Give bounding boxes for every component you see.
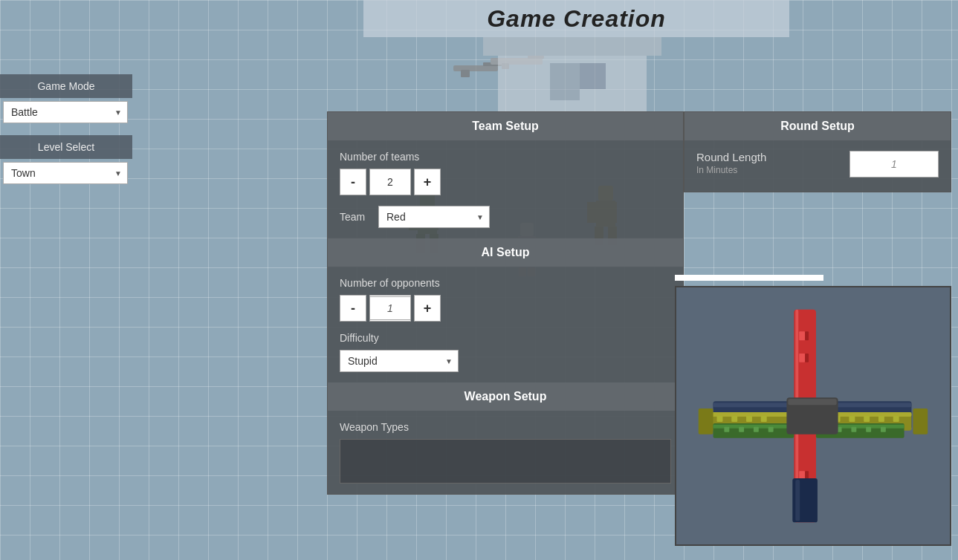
svg-rect-41: [699, 408, 713, 434]
svg-rect-69: [788, 399, 836, 405]
svg-rect-58: [864, 416, 870, 422]
game-mode-select-wrapper[interactable]: Battle Deathmatch Team Battle: [3, 101, 128, 123]
svg-rect-79: [795, 480, 800, 521]
right-panel: Round Setup Round Length In Minutes: [684, 111, 951, 192]
opponents-plus-button[interactable]: +: [414, 295, 441, 322]
svg-rect-43: [731, 416, 737, 422]
weapon-setup-header: Weapon Setup: [328, 382, 683, 411]
svg-rect-72: [799, 354, 805, 362]
ai-setup-header: AI Setup: [328, 238, 683, 267]
teams-number-row: - 2 +: [340, 169, 671, 195]
page-title: Game Creation: [487, 5, 666, 33]
difficulty-label: Difficulty: [340, 332, 671, 344]
opponents-count-display: [369, 295, 411, 322]
svg-rect-67: [881, 427, 886, 432]
difficulty-select-wrapper[interactable]: Stupid Easy Medium Hard: [340, 350, 459, 372]
team-label: Team: [340, 211, 369, 223]
weapon-setup-body: Weapon Types: [328, 411, 683, 494]
svg-rect-70: [799, 331, 805, 340]
svg-rect-48: [724, 427, 729, 432]
svg-rect-59: [878, 416, 884, 422]
teams-minus-button[interactable]: -: [340, 169, 366, 195]
svg-rect-60: [893, 416, 899, 422]
round-length-label: Round Length: [696, 151, 835, 163]
team-setup-header: Team Setup: [328, 112, 683, 140]
svg-rect-66: [866, 427, 871, 432]
weapon-svg: [676, 287, 950, 544]
opponents-minus-button[interactable]: -: [340, 295, 366, 322]
team-select-wrapper[interactable]: Red Blue Green Yellow: [378, 206, 490, 228]
svg-rect-51: [768, 427, 774, 432]
weapon-types-area[interactable]: [340, 439, 671, 484]
team-setup-body: Number of teams - 2 + Team Red Blue Gree…: [328, 140, 683, 238]
level-select-label: Level Select: [0, 135, 132, 159]
weapon-preview: [675, 286, 951, 546]
svg-rect-45: [761, 416, 767, 422]
round-length-input[interactable]: [849, 151, 939, 178]
svg-rect-42: [716, 416, 722, 422]
svg-rect-71: [805, 331, 809, 340]
svg-rect-44: [746, 416, 752, 422]
svg-rect-54: [913, 408, 928, 434]
teams-count-display: 2: [369, 169, 411, 195]
ai-setup-body: Number of opponents - + Difficulty Stupi…: [328, 267, 683, 382]
teams-plus-button[interactable]: +: [414, 169, 441, 195]
svg-rect-50: [754, 427, 759, 432]
svg-rect-73: [805, 354, 809, 362]
level-select[interactable]: Town City Desert Forest: [3, 162, 128, 184]
number-of-opponents-label: Number of opponents: [340, 277, 671, 289]
main-panel: Team Setup Number of teams - 2 + Team Re…: [327, 111, 684, 495]
round-sublabel: In Minutes: [696, 165, 835, 175]
game-mode-label: Game Mode: [0, 74, 132, 98]
level-select-wrapper[interactable]: Town City Desert Forest: [3, 162, 128, 184]
svg-rect-49: [739, 427, 744, 432]
opponents-input[interactable]: [369, 296, 411, 320]
round-length-group: Round Length In Minutes: [696, 151, 835, 181]
svg-rect-65: [851, 427, 856, 432]
difficulty-select[interactable]: Stupid Easy Medium Hard: [340, 350, 459, 372]
left-panel: Game Mode Battle Deathmatch Team Battle …: [0, 74, 132, 196]
header-background: Game Creation: [363, 0, 789, 37]
number-of-teams-label: Number of teams: [340, 151, 671, 163]
opponents-number-row: - +: [340, 295, 671, 322]
team-color-select[interactable]: Red Blue Green Yellow: [378, 206, 490, 228]
progress-bar: [675, 275, 823, 281]
svg-rect-57: [849, 416, 855, 422]
round-setup-header: Round Setup: [684, 112, 951, 140]
weapon-types-label: Weapon Types: [340, 421, 671, 433]
round-setup-body: Round Length In Minutes: [684, 140, 951, 192]
game-mode-select[interactable]: Battle Deathmatch Team Battle: [3, 101, 128, 123]
team-row: Team Red Blue Green Yellow: [340, 206, 671, 228]
